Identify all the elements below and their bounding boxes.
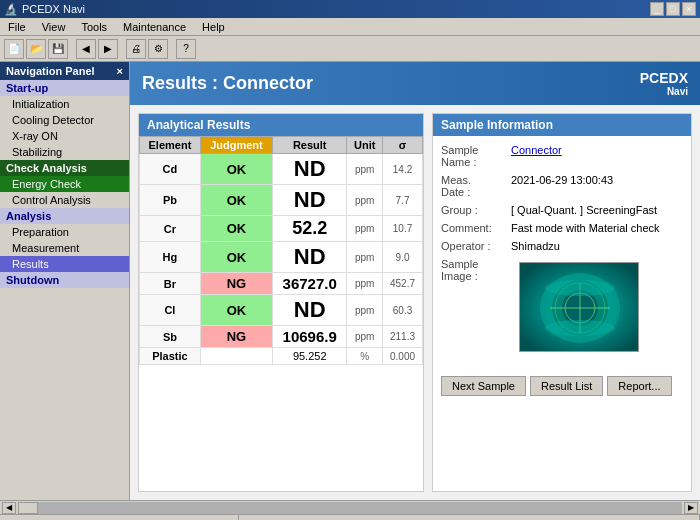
col-element: Element [140,137,201,154]
menu-maintenance[interactable]: Maintenance [119,21,190,33]
sidebar-item-control-analysis[interactable]: Control Analysis [0,192,129,208]
cell-result: ND [273,154,347,185]
label-operator: Operator : [441,240,511,252]
info-row-group: Group : [ Qual-Quant. ] ScreeningFast [441,204,683,216]
sidebar-item-energy-check[interactable]: Energy Check [0,176,129,192]
cell-judgment: OK [200,185,272,216]
cell-sigma: 60.3 [383,295,423,326]
title-bar-controls[interactable]: _ □ × [650,2,696,16]
label-date: Meas.Date : [441,174,511,198]
sidebar-close-icon[interactable]: × [117,65,123,77]
two-panel: Analytical Results Element Judgment Resu… [130,105,700,500]
cell-result: ND [273,295,347,326]
sidebar-section-shutdown[interactable]: Shutdown [0,272,129,288]
table-row: CdOKNDppm14.2 [140,154,423,185]
cell-element: Pb [140,185,201,216]
scroll-thumb[interactable] [18,502,38,514]
cell-element: Plastic [140,348,201,365]
cell-sigma: 7.7 [383,185,423,216]
info-row-operator: Operator : Shimadzu [441,240,683,252]
cell-judgment: NG [200,326,272,348]
app-icon: 🔬 [4,3,18,16]
sidebar-item-preparation[interactable]: Preparation [0,224,129,240]
sidebar: Navigation Panel × Start-up Initializati… [0,62,130,500]
sample-info-table: SampleName : Connector Meas.Date : 2021-… [433,136,691,370]
cell-unit: ppm [347,242,383,273]
toolbar-open[interactable]: 📂 [26,39,46,59]
sidebar-item-initialization[interactable]: Initialization [0,96,129,112]
report-button[interactable]: Report... [607,376,671,396]
cell-judgment: OK [200,242,272,273]
toolbar-settings[interactable]: ⚙ [148,39,168,59]
sidebar-item-results[interactable]: Results [0,256,129,272]
action-buttons: Next Sample Result List Report... [433,370,691,402]
sidebar-item-stabilizing[interactable]: Stabilizing [0,144,129,160]
status-params: 50kV 30uA Filter: DT%30 Collimator:10mm [239,515,700,520]
cell-element: Cr [140,216,201,242]
content-area: Results : Connector PCEDX Navi Analytica… [130,62,700,500]
scroll-track[interactable] [18,502,682,514]
sample-info-panel: Sample Information SampleName : Connecto… [432,113,692,492]
cell-unit: % [347,348,383,365]
col-sigma: σ [383,137,423,154]
cell-result: ND [273,242,347,273]
sidebar-section-check-analysis[interactable]: Check Analysis [0,160,129,176]
logo: PCEDX Navi [640,70,688,97]
toolbar-new[interactable]: 📄 [4,39,24,59]
col-judgment: Judgment [200,137,272,154]
menu-tools[interactable]: Tools [77,21,111,33]
next-sample-button[interactable]: Next Sample [441,376,526,396]
value-name[interactable]: Connector [511,144,683,168]
title-bar: 🔬 PCEDX Navi _ □ × [0,0,700,18]
table-row: Plastic95.252%0.000 [140,348,423,365]
title-bar-left: 🔬 PCEDX Navi [4,3,85,16]
logo-line2: Navi [640,86,688,97]
table-row: PbOKNDppm7.7 [140,185,423,216]
cell-element: Cl [140,295,201,326]
main-layout: Navigation Panel × Start-up Initializati… [0,62,700,500]
cell-element: Hg [140,242,201,273]
analytical-results-title: Analytical Results [139,114,423,136]
analytical-results-panel: Analytical Results Element Judgment Resu… [138,113,424,492]
cell-judgment: OK [200,216,272,242]
scroll-right-button[interactable]: ▶ [684,502,698,514]
toolbar-forward[interactable]: ▶ [98,39,118,59]
sidebar-item-measurement[interactable]: Measurement [0,240,129,256]
sidebar-section-startup[interactable]: Start-up [0,80,129,96]
page-title: Results : Connector [142,73,313,94]
status-bar: Ready 50kV 30uA Filter: DT%30 Collimator… [0,514,700,520]
scroll-left-button[interactable]: ◀ [2,502,16,514]
maximize-button[interactable]: □ [666,2,680,16]
sidebar-title: Navigation Panel [6,65,95,77]
info-row-comment: Comment: Fast mode with Material check [441,222,683,234]
cell-sigma: 10.7 [383,216,423,242]
toolbar-print[interactable]: 🖨 [126,39,146,59]
info-row-date: Meas.Date : 2021-06-29 13:00:43 [441,174,683,198]
cell-sigma: 9.0 [383,242,423,273]
result-list-button[interactable]: Result List [530,376,603,396]
sidebar-item-xray-on[interactable]: X-ray ON [0,128,129,144]
menu-help[interactable]: Help [198,21,229,33]
menu-file[interactable]: File [4,21,30,33]
content-header: Results : Connector PCEDX Navi [130,62,700,105]
cell-element: Cd [140,154,201,185]
close-button[interactable]: × [682,2,696,16]
cell-sigma: 211.3 [383,326,423,348]
table-row: ClOKNDppm60.3 [140,295,423,326]
sidebar-section-analysis[interactable]: Analysis [0,208,129,224]
toolbar-back[interactable]: ◀ [76,39,96,59]
cell-sigma: 14.2 [383,154,423,185]
table-row: HgOKNDppm9.0 [140,242,423,273]
minimize-button[interactable]: _ [650,2,664,16]
cell-sigma: 452.7 [383,273,423,295]
cell-judgment: NG [200,273,272,295]
toolbar-help[interactable]: ? [176,39,196,59]
value-operator: Shimadzu [511,240,683,252]
svg-point-8 [545,280,615,296]
sidebar-item-cooling-detector[interactable]: Cooling Detector [0,112,129,128]
cell-judgment: OK [200,154,272,185]
menu-view[interactable]: View [38,21,70,33]
menu-bar: File View Tools Maintenance Help [0,18,700,36]
toolbar-save[interactable]: 💾 [48,39,68,59]
value-group: [ Qual-Quant. ] ScreeningFast [511,204,683,216]
